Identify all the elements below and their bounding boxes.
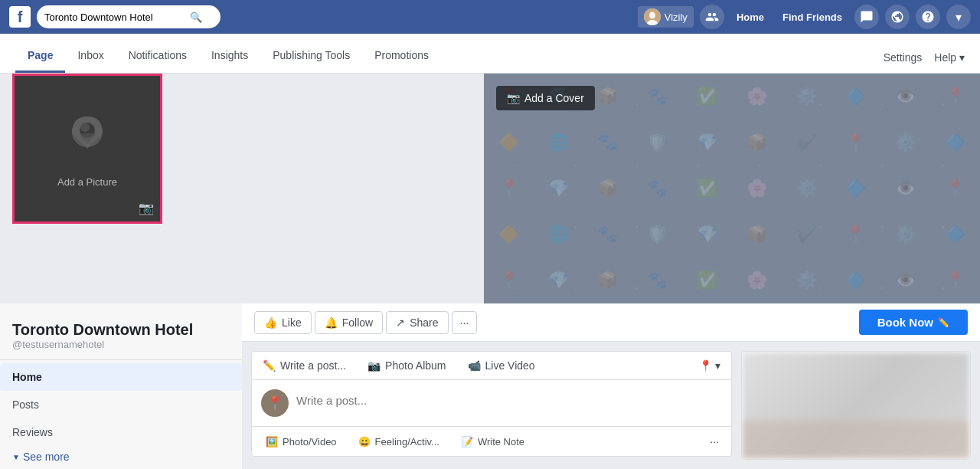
pattern-icon: ⚙️	[782, 257, 831, 303]
content-columns: ✏️ Write a post... 📷 Photo Album 📹 Live …	[242, 342, 980, 460]
share-icon: ↗	[396, 316, 405, 329]
add-cover-button[interactable]: 📷 Add a Cover	[496, 86, 595, 110]
share-button[interactable]: ↗ Share	[386, 311, 448, 334]
note-label: Write Note	[478, 436, 524, 448]
globe-icon[interactable]	[885, 5, 910, 29]
page-username: @testusernamehotel	[12, 339, 230, 350]
post-tab-photo-album[interactable]: 📷 Photo Album	[357, 352, 456, 379]
post-tab-live-video[interactable]: 📹 Live Video	[457, 352, 546, 379]
pattern-icon: 📍	[484, 257, 534, 303]
pattern-icon: 🛡️	[632, 212, 682, 257]
tab-notifications[interactable]: Notifications	[116, 38, 199, 73]
svg-point-5	[80, 123, 90, 132]
feeling-label: Feeling/Activ...	[375, 436, 439, 448]
help-link[interactable]: Help ▾	[934, 51, 965, 64]
photo-video-button[interactable]: 🖼️ Photo/Video	[255, 431, 348, 453]
book-now-button[interactable]: Book Now ✏️	[859, 310, 968, 335]
search-icon: 🔍	[190, 11, 202, 23]
post-area: ✏️ Write a post... 📷 Photo Album 📹 Live …	[251, 351, 732, 457]
page-navigation: Page Inbox Notifications Insights Publis…	[0, 34, 980, 74]
page-nav-right-items: Settings Help ▾	[884, 51, 965, 73]
follow-button[interactable]: 🔔 Follow	[315, 311, 383, 334]
sidebar-item-home[interactable]: Home	[0, 363, 242, 391]
more-post-actions-button[interactable]: ···	[701, 430, 728, 453]
write-note-button[interactable]: 📝 Write Note	[450, 431, 535, 453]
feeling-activity-button[interactable]: 😀 Feeling/Activ...	[348, 431, 450, 453]
right-widget	[741, 351, 971, 460]
right-content: 👍 Like 🔔 Follow ↗ Share ··· Book Now ✏️	[242, 303, 980, 469]
more-options-button[interactable]: ···	[452, 311, 478, 334]
note-icon: 📝	[461, 436, 473, 448]
sidebar-item-posts[interactable]: Posts	[0, 391, 242, 418]
pattern-icon: 💎	[534, 257, 583, 303]
write-icon: ✏️	[263, 359, 276, 372]
location-toggle[interactable]: 📍 ▾	[688, 352, 731, 379]
page-nav-tabs: Page Inbox Notifications Insights Publis…	[15, 38, 441, 73]
chevron-down-icon: ▼	[12, 453, 20, 461]
pattern-icon: 📦	[732, 120, 782, 166]
settings-link[interactable]: Settings	[884, 51, 923, 64]
post-text-input[interactable]	[296, 389, 722, 407]
dropdown-icon[interactable]: ▾	[946, 5, 971, 29]
user-badge[interactable]: Vizily	[638, 6, 694, 28]
pattern-icon: ✅	[682, 74, 732, 120]
pattern-icon: ⚙️	[782, 74, 831, 120]
post-tab-write[interactable]: ✏️ Write a post...	[252, 352, 357, 379]
facebook-logo: f	[9, 6, 31, 28]
sidebar-nav: Home Posts Reviews ▼ See more	[0, 359, 242, 469]
photo-album-icon: 📷	[368, 359, 381, 372]
pattern-icon: 📦	[583, 166, 633, 212]
pattern-icon: ⚙️	[782, 166, 831, 212]
edit-icon: ✏️	[938, 317, 949, 328]
follow-label: Follow	[342, 316, 373, 329]
pattern-icon: 🌸	[732, 74, 782, 120]
share-label: Share	[410, 316, 438, 329]
pattern-icon: 📍	[831, 212, 881, 257]
pattern-icon: ⚙️	[880, 120, 930, 166]
page-name: Toronto Downtown Hotel	[12, 316, 230, 339]
search-input[interactable]	[44, 11, 190, 23]
sidebar-item-reviews[interactable]: Reviews	[0, 418, 242, 446]
book-now-label: Book Now	[877, 316, 933, 329]
home-nav-link[interactable]: Home	[730, 8, 770, 26]
pattern-icon: ✔️	[782, 120, 831, 166]
pattern-icon: ✔️	[782, 212, 831, 257]
pattern-icon: 🔷	[930, 212, 980, 257]
pattern-icon: 📍	[930, 74, 980, 120]
pattern-icon: 📍	[484, 166, 534, 212]
see-more-item[interactable]: ▼ See more	[0, 446, 242, 467]
messenger-icon[interactable]	[854, 5, 879, 29]
like-button[interactable]: 👍 Like	[254, 311, 312, 334]
add-picture-label: Add a Picture	[57, 176, 117, 188]
live-video-icon: 📹	[468, 359, 481, 372]
dropdown-icon: ▾	[715, 359, 720, 372]
follow-icon: 🔔	[325, 316, 338, 329]
tab-publishing-tools[interactable]: Publishing Tools	[260, 38, 362, 73]
pattern-icon: 💎	[682, 212, 732, 257]
widget-image-blur	[742, 421, 970, 459]
post-action-bar: 🖼️ Photo/Video 😀 Feeling/Activ... 📝 Writ…	[252, 426, 731, 456]
pattern-icon: 🐾	[583, 120, 633, 166]
post-avatar: 📍	[261, 389, 289, 417]
tab-promotions[interactable]: Promotions	[362, 38, 441, 73]
pattern-icon: 🌐	[534, 212, 583, 257]
tab-insights[interactable]: Insights	[199, 38, 260, 73]
page-info-block: Toronto Downtown Hotel @testusernamehote…	[0, 316, 242, 350]
profile-pic-area[interactable]: Add a Picture 📷	[12, 74, 162, 224]
pattern-icon: 📍	[930, 257, 980, 303]
help-icon[interactable]	[916, 5, 940, 29]
pattern-icon: 📍	[930, 166, 980, 212]
tab-page[interactable]: Page	[15, 38, 65, 73]
search-bar[interactable]: 🔍	[37, 5, 220, 28]
action-bar: 👍 Like 🔔 Follow ↗ Share ··· Book Now ✏️	[242, 303, 980, 342]
people-icon[interactable]	[700, 5, 724, 29]
pattern-icon: 🔷	[930, 120, 980, 166]
photo-album-label: Photo Album	[385, 359, 446, 372]
find-friends-nav-link[interactable]: Find Friends	[776, 8, 848, 26]
pattern-icon: 👁️	[880, 166, 930, 212]
pattern-icon: 🔷	[831, 257, 881, 303]
pattern-icon: ✅	[682, 257, 732, 303]
photo-video-label: Photo/Video	[283, 436, 337, 448]
pattern-icon: 🐾	[583, 212, 633, 257]
tab-inbox[interactable]: Inbox	[65, 38, 116, 73]
